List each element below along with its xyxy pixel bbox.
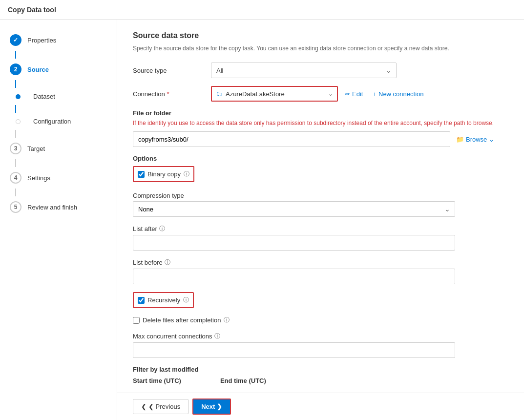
browse-button[interactable]: 📁 Browse ⌄ [454,134,496,145]
step-label-properties: Properties [27,37,56,44]
connector-1 [15,51,16,59]
sidebar-item-dataset[interactable]: Dataset [0,88,117,105]
list-before-section: List before ⓘ [133,258,508,284]
sidebar: ✓ Properties 2 Source Dataset Configurat… [0,20,117,420]
connector-4 [15,130,16,138]
max-concurrent-input[interactable] [133,342,455,358]
previous-button[interactable]: ❮ ❮ Previous [133,399,189,414]
connection-value: AzureDataLakeStore [226,90,328,98]
edit-button[interactable]: ✏ Edit [342,88,366,100]
compression-type-section: Compression type None GZip ZipDeflate BZ… [133,192,508,217]
path-row: 📁 Browse ⌄ [133,131,508,147]
step-circle-target: 3 [10,143,21,154]
delete-files-info-icon: ⓘ [224,316,230,324]
previous-chevron-icon: ❮ [141,403,147,410]
binary-copy-info-icon: ⓘ [184,170,189,178]
app-title: Copy Data tool [8,6,56,14]
delete-files-row[interactable]: Delete files after completion ⓘ [133,316,508,324]
list-after-section: List after ⓘ [133,225,508,251]
source-type-row: Source type All Azure Amazon Google [133,63,508,78]
connection-dropdown[interactable]: 🗂 AzureDataLakeStore ⌄ [211,86,338,102]
filter-label: Filter by last modified [133,366,508,373]
start-time-col: Start time (UTC) [133,377,181,386]
connection-label: Connection * [133,90,211,98]
source-type-label: Source type [133,67,211,74]
list-after-info-icon: ⓘ [159,225,165,233]
filter-section: Filter by last modified Start time (UTC)… [133,366,508,386]
step-circle-settings: 4 [10,172,21,184]
compression-select[interactable]: None GZip ZipDeflate BZip2 LZ4 Snappy Zs… [133,201,455,217]
plus-icon: + [373,90,377,98]
new-connection-button[interactable]: + New connection [370,88,426,100]
sidebar-item-settings[interactable]: 4 Settings [0,167,117,189]
connector-2 [15,80,16,88]
step-label-settings: Settings [27,174,50,182]
step-label-dataset: Dataset [33,93,55,100]
browse-chevron-icon: ⌄ [489,136,494,143]
list-before-label: List before ⓘ [133,258,508,267]
compression-type-label: Compression type [133,192,508,199]
sidebar-item-configuration[interactable]: Configuration [0,113,117,130]
app-header: Copy Data tool [0,0,524,20]
end-time-col: End time (UTC) [220,377,266,386]
file-folder-hint: If the identity you use to access the da… [133,119,508,127]
step-circle-source: 2 [10,63,21,75]
recursively-label: Recursively [147,296,180,304]
delete-files-container: Delete files after completion ⓘ [133,316,508,324]
recursively-checkbox[interactable] [138,297,145,304]
datastore-icon: 🗂 [216,90,223,98]
step-label-target: Target [27,145,45,152]
binary-copy-checkbox[interactable] [138,171,145,178]
recursively-info-icon: ⓘ [183,296,189,304]
options-label: Options [133,155,508,162]
recursively-row[interactable]: Recursively ⓘ [133,292,194,308]
connection-controls: 🗂 AzureDataLakeStore ⌄ ✏ Edit + New conn… [211,86,427,102]
list-after-input[interactable] [133,235,455,251]
list-before-info-icon: ⓘ [165,258,170,267]
step-circle-dataset [16,94,21,99]
file-folder-section: File or folder If the identity you use t… [133,109,508,147]
list-before-input[interactable] [133,269,455,284]
delete-files-checkbox[interactable] [133,317,140,324]
source-type-select-wrapper: All Azure Amazon Google [211,63,397,78]
sidebar-item-review[interactable]: 5 Review and finish [0,196,117,218]
end-time-label: End time (UTC) [220,377,266,384]
file-folder-label: File or folder [133,109,508,117]
connector-6 [15,189,16,196]
sidebar-item-source[interactable]: 2 Source [0,59,117,80]
edit-icon: ✏ [345,90,350,98]
step-circle-configuration [16,119,21,124]
connector-3 [15,105,16,113]
step-label-configuration: Configuration [33,118,71,125]
sidebar-item-properties[interactable]: ✓ Properties [0,29,117,51]
compression-select-wrapper: None GZip ZipDeflate BZip2 LZ4 Snappy Zs… [133,201,455,217]
list-after-label: List after ⓘ [133,225,508,233]
connection-required-star: * [167,90,169,98]
source-type-control: All Azure Amazon Google [211,63,397,78]
connection-row: Connection * 🗂 AzureDataLakeStore ⌄ ✏ Ed… [133,86,508,102]
sidebar-item-target[interactable]: 3 Target [0,138,117,159]
step-circle-properties: ✓ [10,34,21,46]
delete-files-label: Delete files after completion [143,316,221,324]
section-description: Specify the source data store for the co… [133,44,508,53]
options-section: Options Binary copy ⓘ [133,155,508,184]
connection-chevron-icon: ⌄ [328,90,333,97]
path-input[interactable] [133,131,450,147]
max-concurrent-label: Max concurrent connections ⓘ [133,332,508,340]
step-label-source: Source [27,66,49,73]
next-button[interactable]: Next ❯ [192,399,231,415]
binary-copy-row[interactable]: Binary copy ⓘ [133,166,194,182]
time-row: Start time (UTC) End time (UTC) [133,377,508,386]
start-time-label: Start time (UTC) [133,377,181,384]
folder-icon: 📁 [456,136,464,143]
max-concurrent-info-icon: ⓘ [214,332,220,340]
footer: ❮ ❮ Previous Next ❯ [117,393,524,420]
source-type-select[interactable]: All Azure Amazon Google [211,63,397,78]
step-label-review: Review and finish [27,204,77,211]
recursively-container: Recursively ⓘ [133,292,508,312]
section-title: Source data store [133,31,508,40]
max-concurrent-section: Max concurrent connections ⓘ [133,332,508,358]
binary-copy-label: Binary copy [147,170,181,178]
main-layout: ✓ Properties 2 Source Dataset Configurat… [0,20,524,420]
main-content: Source data store Specify the source dat… [117,20,524,420]
